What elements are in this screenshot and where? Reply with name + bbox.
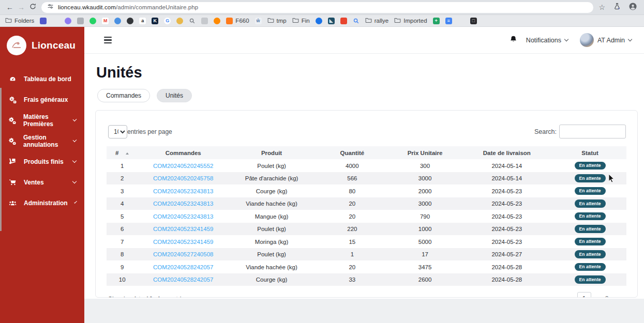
k-favicon[interactable]: K	[152, 18, 158, 24]
address-bar[interactable]: lionceau.wkaudit.com/admin/commandeUnita…	[41, 2, 593, 13]
sidebar-item-frais-generaux[interactable]: Frais généraux	[0, 89, 84, 110]
sidebar-item-gestion-annulations[interactable]: Gestion annulations	[0, 131, 84, 151]
chevron-down-icon	[72, 179, 77, 183]
red-favicon[interactable]	[340, 18, 347, 24]
bookmark-folder-imported[interactable]: Imported	[394, 17, 427, 24]
code-favicon[interactable]: ◣	[328, 18, 335, 24]
whatsapp-favicon[interactable]	[89, 18, 96, 24]
app-favicon-purple[interactable]	[65, 18, 71, 24]
column-header-num[interactable]: #	[107, 146, 138, 159]
chevron-down-icon	[564, 37, 568, 41]
column-header-date-de-livraison[interactable]: Date de livraison	[460, 146, 553, 159]
cell-num: 10	[107, 273, 138, 286]
entries-per-page-select[interactable]: 10	[108, 125, 127, 139]
sidebar-scrollbar[interactable]	[0, 88, 2, 231]
gray-favicon[interactable]	[201, 18, 208, 24]
brand[interactable]: Lionceau	[0, 27, 84, 55]
column-header-commandes[interactable]: Commandes	[138, 146, 229, 159]
gmail-favicon[interactable]: M	[102, 18, 109, 24]
amazon-favicon[interactable]: a	[139, 18, 146, 24]
teams-favicon[interactable]	[40, 18, 47, 24]
bookmark-folder-fin[interactable]: Fin	[292, 17, 310, 24]
app-favicon-gray[interactable]	[77, 18, 84, 24]
bookmark-folder-rallye[interactable]: rallye	[365, 17, 388, 24]
sheets-favicon[interactable]: +	[433, 18, 440, 24]
cell-prix: 17	[390, 248, 460, 261]
back-icon[interactable]: ←	[4, 3, 16, 11]
sidebar-menu: Tableau de bordFrais générauxMatières Pr…	[0, 69, 84, 213]
office-favicon[interactable]	[458, 18, 465, 24]
google-favicon[interactable]: G	[164, 18, 171, 24]
menu-toggle-icon[interactable]	[104, 37, 112, 43]
bookmark-folder-tmp[interactable]: tmp	[267, 17, 287, 24]
column-header-produit[interactable]: Produit	[229, 146, 314, 159]
photos-favicon[interactable]: □	[470, 18, 477, 24]
sidebar-item-tableau-de-bord[interactable]: Tableau de bord	[0, 69, 84, 89]
sidebar-item-ventes[interactable]: Ventes	[0, 172, 84, 193]
page-button-1[interactable]: 1	[577, 292, 591, 298]
column-header-statut[interactable]: Statut	[553, 146, 626, 159]
commande-link[interactable]: COM20240520245552	[138, 159, 229, 172]
sidebar-item-matieres-premieres[interactable]: Matières Premières	[0, 110, 84, 131]
folder-icon	[394, 17, 401, 24]
sidebar-item-administration[interactable]: Administration	[0, 193, 84, 213]
search-favicon-blue[interactable]	[353, 18, 360, 24]
commande-link[interactable]: COM20240528242057	[138, 260, 229, 273]
refresh-icon[interactable]	[27, 3, 38, 11]
brand-name: Lionceau	[32, 40, 76, 51]
red-favicon	[340, 18, 347, 24]
gauge-icon	[9, 75, 17, 83]
cell-quantite: 80	[314, 184, 390, 197]
search-input[interactable]	[559, 125, 626, 139]
cell-quantite: 566	[314, 172, 390, 185]
cell-date: 2024-05-14	[460, 172, 553, 185]
cell-produit: Poulet (kg)	[229, 223, 314, 236]
windows-favicon[interactable]	[52, 18, 59, 24]
commande-link[interactable]: COM20240523243813	[138, 184, 229, 197]
commande-link[interactable]: COM20240523243813	[138, 197, 229, 210]
cell-num: 5	[107, 210, 138, 223]
cloud-favicon[interactable]	[114, 18, 121, 24]
f660-bookmark[interactable]: F660	[226, 18, 249, 24]
gold-favicon[interactable]	[176, 18, 183, 24]
profile-icon[interactable]	[629, 3, 637, 12]
user-menu[interactable]: AT Admin	[580, 33, 632, 47]
cell-produit: Courge (kg)	[229, 184, 314, 197]
teams-favicon	[40, 18, 47, 24]
search-favicon-small[interactable]	[189, 18, 196, 24]
notifications-menu[interactable]: Notifications	[526, 37, 568, 44]
page-button-2[interactable]: 2	[605, 292, 609, 298]
commande-link[interactable]: COM20240523241459	[138, 235, 229, 248]
experiments-flask-icon[interactable]	[613, 3, 621, 12]
spark-favicon[interactable]	[214, 18, 220, 24]
commande-link[interactable]: COM20240523241459	[138, 223, 229, 236]
chat-favicon[interactable]	[316, 18, 322, 24]
tab-unites[interactable]: Unités	[157, 89, 192, 102]
tab-commandes[interactable]: Commandes	[97, 89, 150, 102]
docs-favicon[interactable]: ≡	[445, 18, 452, 24]
sidebar-item-label: Frais généraux	[24, 96, 68, 103]
commande-link[interactable]: COM20240520245758	[138, 172, 229, 185]
globe-favicon[interactable]	[127, 18, 133, 24]
forward-icon[interactable]: →	[16, 3, 27, 11]
bookmark-star-icon[interactable]: ☆	[598, 4, 605, 11]
bookmark-folder-folders[interactable]: Folders	[5, 17, 34, 24]
column-header-prix-unitaire[interactable]: Prix Unitaire	[390, 146, 460, 159]
app-favicon-gray	[77, 18, 84, 24]
sidebar-item-produits-finis[interactable]: Produits finis	[0, 151, 84, 172]
cell-produit: Viande hachée (kg)	[229, 260, 314, 273]
table-row: 7COM20240523241459Moringa (kg)1550002024…	[107, 235, 626, 248]
translate-favicon[interactable]: ŵ	[255, 18, 262, 24]
entries-per-page-label: entries per page	[127, 128, 172, 135]
commande-link[interactable]: COM20240528242057	[138, 273, 229, 286]
table-row: 3COM20240523243813Courge (kg)8020002024-…	[107, 184, 626, 197]
bookmark-label: F660	[235, 18, 249, 24]
whatsapp-favicon	[89, 18, 96, 24]
page-button-[interactable]: »	[622, 292, 626, 298]
commande-link[interactable]: COM20240523243813	[138, 210, 229, 223]
bookmark-label: Fin	[302, 18, 310, 24]
bell-icon[interactable]	[510, 35, 517, 45]
column-header-quantite[interactable]: Quantité	[314, 146, 390, 159]
tune-icon[interactable]	[47, 3, 54, 12]
commande-link[interactable]: COM20240527240508	[138, 248, 229, 261]
